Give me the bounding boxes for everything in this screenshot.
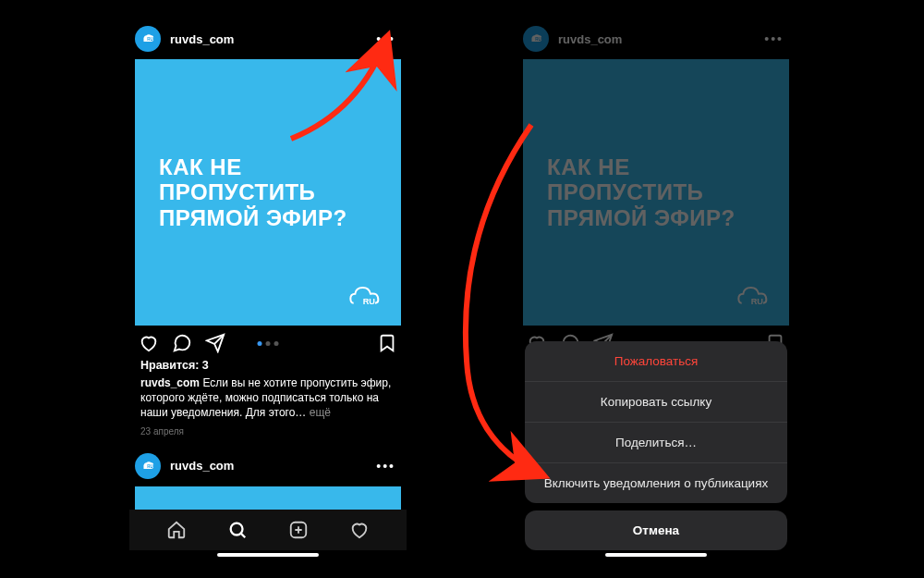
username-label[interactable]: ruvds_com: [170, 459, 361, 473]
add-post-icon[interactable]: [288, 520, 309, 540]
phone-left: RU ruvds_com ••• КАК НЕ ПРОПУСТИТЬ ПРЯМО…: [129, 18, 407, 560]
sheet-enable-notifications[interactable]: Включить уведомления о публикациях: [525, 462, 787, 503]
like-icon[interactable]: [139, 333, 159, 353]
post-actions: [129, 326, 407, 357]
ru-logo-icon: RU: [347, 283, 384, 311]
search-icon[interactable]: [227, 520, 248, 540]
home-indicator[interactable]: [217, 553, 319, 557]
svg-text:RU: RU: [147, 37, 153, 42]
sheet-copy-link[interactable]: Копировать ссылку: [525, 381, 787, 422]
activity-icon[interactable]: [349, 520, 370, 540]
post-date: 23 апреля: [129, 423, 407, 446]
home-icon[interactable]: [166, 520, 187, 540]
home-indicator[interactable]: [605, 553, 707, 557]
more-options-icon[interactable]: •••: [371, 455, 401, 477]
svg-text:RU: RU: [147, 463, 153, 468]
bookmark-icon[interactable]: [377, 333, 397, 353]
likes-label[interactable]: Нравится: 3: [129, 357, 407, 374]
svg-point-3: [231, 523, 243, 535]
post-image[interactable]: КАК НЕ ПРОПУСТИТЬ ПРЯМОЙ ЭФИР? RU: [135, 59, 401, 326]
post-header: RU ruvds_com •••: [129, 18, 407, 59]
caption-more[interactable]: ещё: [310, 406, 331, 419]
avatar[interactable]: RU: [135, 453, 161, 479]
caption-username[interactable]: ruvds_com: [140, 376, 200, 389]
post-headline: КАК НЕ ПРОПУСТИТЬ ПРЯМОЙ ЭФИР?: [159, 154, 377, 231]
phone-right: RU ruvds_com ••• КАК НЕ ПРОПУСТИТЬ ПРЯМО…: [517, 18, 795, 560]
share-icon[interactable]: [205, 333, 225, 353]
action-sheet: Пожаловаться Копировать ссылку Поделитьс…: [525, 341, 787, 550]
sheet-share[interactable]: Поделиться…: [525, 422, 787, 462]
post-caption: ruvds_com Если вы не хотите пропустить э…: [129, 374, 407, 423]
bottom-nav: [129, 510, 407, 550]
more-options-icon[interactable]: •••: [371, 28, 401, 50]
comment-icon[interactable]: [172, 333, 192, 353]
svg-text:RU: RU: [363, 297, 376, 306]
avatar[interactable]: RU: [135, 26, 161, 52]
sheet-report[interactable]: Пожаловаться: [525, 341, 787, 381]
post-header-2: RU ruvds_com •••: [129, 446, 407, 486]
post-image-peek[interactable]: [135, 486, 401, 512]
carousel-pager: [258, 341, 279, 346]
sheet-cancel[interactable]: Отмена: [525, 510, 787, 550]
username-label[interactable]: ruvds_com: [170, 32, 361, 46]
